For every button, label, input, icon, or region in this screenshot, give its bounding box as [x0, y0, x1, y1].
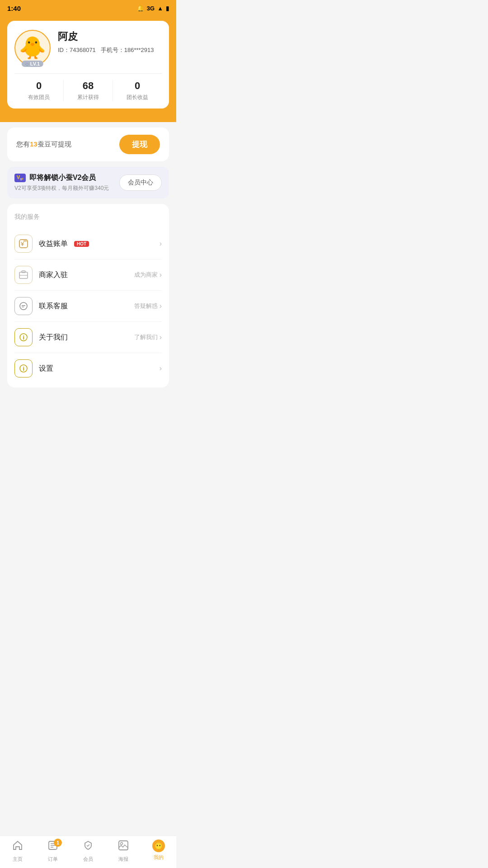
vip-banner: VIP 即将解锁小蚕V2会员 V2可享受3项特权，每月额外可赚340元 会员中心 — [7, 167, 169, 198]
svg-text:i: i — [23, 335, 24, 341]
service-item-earnings[interactable]: ¥ 收益账单 HOT › — [14, 228, 162, 259]
status-time: 1:40 — [7, 5, 21, 12]
settings-name-wrap: 设置 — [39, 364, 160, 373]
settings-icon: i — [14, 359, 33, 377]
stat-item-earned: 68 累计获得 — [63, 80, 113, 101]
service-item-settings[interactable]: i 设置 › — [14, 353, 162, 384]
settings-right: › — [160, 364, 162, 373]
avatar-wrap: 🐥 ◇ LV.1 — [14, 30, 51, 66]
chevron-icon-4: › — [160, 364, 162, 373]
chevron-icon-0: › — [160, 240, 162, 248]
merchant-right-text: 成为商家 — [134, 271, 158, 279]
profile-stats: 0 有效团员 68 累计获得 0 团长收益 — [14, 73, 162, 101]
profile-name: 阿皮 — [58, 30, 162, 43]
earnings-label: 收益账单 — [39, 239, 68, 249]
svg-text:¥: ¥ — [20, 241, 24, 247]
header-bg: 🐥 ◇ LV.1 阿皮 ID：74368071 手机号：186***2913 — [0, 16, 176, 122]
profile-id: ID：74368071 — [58, 47, 96, 53]
avatar-emoji: 🐥 — [19, 37, 46, 59]
stat-label-earned: 累计获得 — [64, 94, 113, 101]
stat-item-members: 0 有效团员 — [14, 80, 63, 101]
stat-num-earned: 68 — [64, 80, 113, 92]
svg-text:i: i — [23, 366, 24, 372]
support-right-text: 答疑解惑 — [134, 302, 158, 310]
services-card: 我的服务 ¥ 收益账单 HOT › — [7, 204, 169, 387]
merchant-label: 商家入驻 — [39, 270, 68, 280]
service-item-about[interactable]: i 关于我们 了解我们 › — [14, 322, 162, 353]
level-badge: ◇ LV.1 — [22, 61, 43, 67]
vip-left: VIP 即将解锁小蚕V2会员 V2可享受3项特权，每月额外可赚340元 — [14, 173, 109, 192]
chevron-icon-3: › — [160, 333, 162, 341]
vip-icon: VIP — [14, 174, 26, 182]
about-right-text: 了解我们 — [134, 333, 158, 341]
notification-icon: 🔔 — [137, 5, 144, 12]
svg-point-6 — [20, 302, 27, 310]
merchant-name-wrap: 商家入驻 — [39, 270, 134, 280]
about-label: 关于我们 — [39, 333, 68, 342]
network-label: 3G — [147, 5, 155, 12]
earnings-right: › — [160, 240, 162, 248]
merchant-right: 成为商家 › — [134, 271, 162, 279]
vip-center-button[interactable]: 会员中心 — [119, 175, 162, 191]
about-icon: i — [14, 328, 33, 346]
service-item-merchant[interactable]: 商家入驻 成为商家 › — [14, 259, 162, 291]
support-label: 联系客服 — [39, 302, 68, 311]
about-right: 了解我们 › — [134, 333, 162, 341]
stat-item-income: 0 团长收益 — [113, 80, 162, 101]
chevron-icon-2: › — [160, 302, 162, 310]
support-name-wrap: 联系客服 — [39, 302, 134, 311]
stat-num-members: 0 — [14, 80, 63, 92]
services-title: 我的服务 — [14, 213, 162, 221]
signal-icon: ▲ — [157, 5, 163, 12]
withdraw-section: 您有13蚕豆可提现 提现 — [7, 127, 169, 161]
withdraw-amount: 13 — [30, 140, 38, 148]
earnings-icon: ¥ — [14, 235, 33, 253]
level-text: LV.1 — [30, 61, 40, 66]
merchant-icon — [14, 266, 33, 284]
profile-info: 阿皮 ID：74368071 手机号：186***2913 — [58, 30, 162, 54]
withdraw-button[interactable]: 提现 — [119, 135, 160, 154]
stat-label-income: 团长收益 — [113, 94, 162, 101]
support-icon — [14, 297, 33, 315]
earnings-name-wrap: 收益账单 HOT — [39, 239, 160, 249]
profile-meta: ID：74368071 手机号：186***2913 — [58, 46, 162, 54]
service-item-support[interactable]: 联系客服 答疑解惑 › — [14, 291, 162, 322]
withdraw-text: 您有13蚕豆可提现 — [16, 140, 71, 149]
vip-title-row: VIP 即将解锁小蚕V2会员 — [14, 173, 109, 183]
vip-title: 即将解锁小蚕V2会员 — [29, 173, 96, 183]
status-bar: 1:40 🔔 3G ▲ ▮ — [0, 0, 176, 16]
settings-label: 设置 — [39, 364, 53, 373]
svg-rect-4 — [22, 271, 25, 273]
diamond-icon: ◇ — [25, 61, 29, 66]
profile-top: 🐥 ◇ LV.1 阿皮 ID：74368071 手机号：186***2913 — [14, 30, 162, 66]
stat-label-members: 有效团员 — [14, 94, 63, 101]
profile-phone: 手机号：186***2913 — [101, 47, 154, 53]
chevron-icon-1: › — [160, 271, 162, 279]
battery-icon: ▮ — [166, 5, 169, 12]
vip-subtitle: V2可享受3项特权，每月额外可赚340元 — [14, 184, 109, 192]
support-right: 答疑解惑 › — [134, 302, 162, 310]
hot-badge: HOT — [74, 241, 89, 247]
status-icons: 🔔 3G ▲ ▮ — [137, 5, 169, 12]
about-name-wrap: 关于我们 — [39, 333, 134, 342]
stat-num-income: 0 — [113, 80, 162, 92]
profile-card: 🐥 ◇ LV.1 阿皮 ID：74368071 手机号：186***2913 — [7, 21, 169, 108]
